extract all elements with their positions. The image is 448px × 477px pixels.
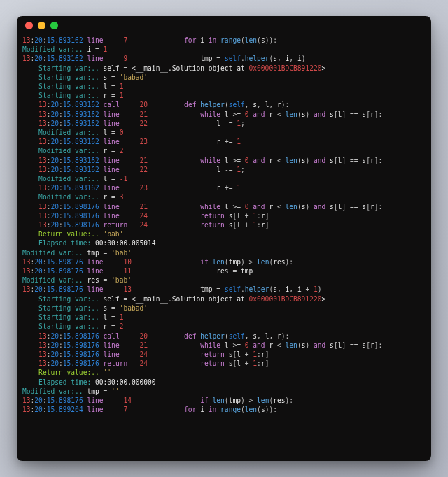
trace-line: 13:20:15.899204 line 7 for i in range(le… xyxy=(22,405,426,414)
return-value: Return value:.. 'bab' xyxy=(22,229,426,239)
starting-var: Starting var:.. self = <__main__.Solutio… xyxy=(22,294,426,304)
trace-line: 13:20:15.898176 line 11 res = tmp xyxy=(22,266,426,276)
titlebar xyxy=(17,16,431,34)
modified-var: Modified var:.. i = 1 xyxy=(22,45,426,54)
trace-line: 13:20:15.898176 return 24 return s[l + 1… xyxy=(22,359,426,368)
starting-var: Starting var:.. self = <__main__.Solutio… xyxy=(22,64,426,73)
modified-var: Modified var:.. tmp = '' xyxy=(22,387,426,396)
trace-line: 13:20:15.893162 line 23 r += 1 xyxy=(22,183,426,192)
close-icon[interactable] xyxy=(25,22,33,29)
starting-var: Starting var:.. l = 1 xyxy=(22,82,426,91)
trace-line: 13:20:15.893162 line 7 for i in range(le… xyxy=(22,36,426,45)
trace-line: 13:20:15.898176 line 10 if len(tmp) > le… xyxy=(22,257,426,266)
starting-var: Starting var:.. r = 2 xyxy=(22,322,426,331)
trace-line: 13:20:15.893162 line 22 l -= 1; xyxy=(22,119,426,128)
elapsed-time: Elapsed time: 00:00:00.005014 xyxy=(22,239,426,248)
zoom-icon[interactable] xyxy=(50,22,58,29)
modified-var: Modified var:.. res = 'bab' xyxy=(22,276,426,285)
starting-var: Starting var:.. s = 'babad' xyxy=(22,304,426,313)
trace-line: 13:20:15.898176 line 14 if len(tmp) > le… xyxy=(22,396,426,405)
trace-line: 13:20:15.898176 call 20 def helper(self,… xyxy=(22,332,426,341)
trace-line: 13:20:15.893162 line 9 tmp = self.helper… xyxy=(22,54,426,63)
modified-var: Modified var:.. tmp = 'bab' xyxy=(22,248,426,257)
trace-line: 13:20:15.893162 line 23 r += 1 xyxy=(22,137,426,146)
trace-line: 13:20:15.893162 line 21 while l >= 0 and… xyxy=(22,156,426,165)
terminal-output: 13:20:15.893162 line 7 for i in range(le… xyxy=(17,34,431,461)
trace-line: 13:20:15.898176 line 24 return s[l + 1:r… xyxy=(22,350,426,359)
trace-line: 13:20:15.898176 line 13 tmp = self.helpe… xyxy=(22,285,426,294)
terminal-window: 13:20:15.893162 line 7 for i in range(le… xyxy=(17,16,431,461)
trace-line: 13:20:15.893162 line 22 l -= 1; xyxy=(22,165,426,174)
return-value: Return value:.. '' xyxy=(22,368,426,377)
elapsed-time: Elapsed time: 00:00:00.000000 xyxy=(22,378,426,387)
trace-line: 13:20:15.898176 return 24 return s[l + 1… xyxy=(22,220,426,229)
modified-var: Modified var:.. r = 2 xyxy=(22,146,426,155)
trace-line: 13:20:15.898176 line 21 while l >= 0 and… xyxy=(22,202,426,211)
trace-line: 13:20:15.893162 call 20 def helper(self,… xyxy=(22,100,426,109)
starting-var: Starting var:.. l = 1 xyxy=(22,313,426,322)
trace-line: 13:20:15.893162 line 21 while l >= 0 and… xyxy=(22,110,426,119)
modified-var: Modified var:.. r = 3 xyxy=(22,192,426,201)
modified-var: Modified var:.. l = -1 xyxy=(22,174,426,183)
starting-var: Starting var:.. r = 1 xyxy=(22,91,426,100)
starting-var: Starting var:.. s = 'babad' xyxy=(22,73,426,82)
trace-line: 13:20:15.898176 line 24 return s[l + 1:r… xyxy=(22,211,426,220)
modified-var: Modified var:.. l = 0 xyxy=(22,128,426,137)
trace-line: 13:20:15.898176 line 21 while l >= 0 and… xyxy=(22,341,426,350)
minimize-icon[interactable] xyxy=(38,22,46,29)
